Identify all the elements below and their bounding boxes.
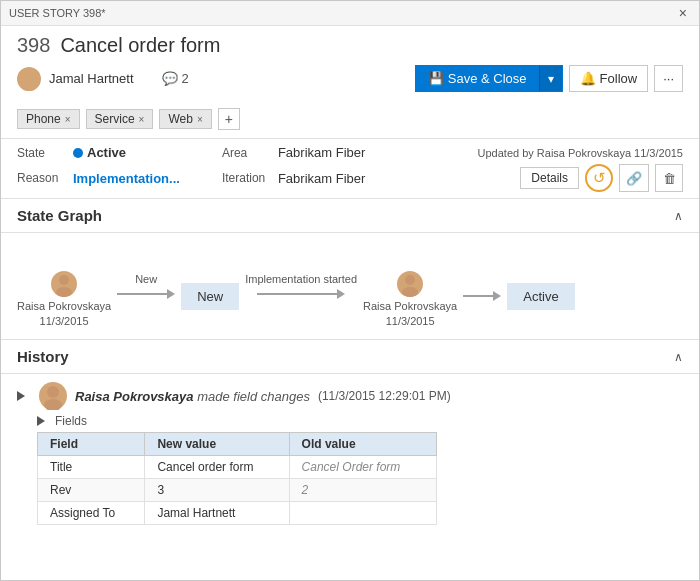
- history-timestamp: (11/3/2015 12:29:01 PM): [318, 389, 451, 403]
- author-name: Jamal Hartnett: [49, 71, 134, 86]
- col-old: Old value: [289, 433, 436, 456]
- avatar-person1: [51, 271, 77, 297]
- svg-point-1: [21, 82, 37, 91]
- col-field: Field: [38, 433, 145, 456]
- state-graph-section: State Graph ∧ Raisa Pokrovskaya: [1, 199, 699, 340]
- fields-table: Field New value Old value Title Cancel o…: [37, 432, 437, 525]
- add-tag-button[interactable]: +: [218, 108, 240, 130]
- expand-triangle[interactable]: [17, 391, 25, 401]
- new-assigned: Jamal Hartnett: [145, 502, 289, 525]
- tag-service-close[interactable]: ×: [139, 114, 145, 125]
- iteration-label: Iteration: [222, 171, 272, 185]
- header: 398 Cancel order form Jamal Hartnett 💬 2: [1, 26, 699, 104]
- fields-row1: State Active Area Fabrikam Fiber Updated…: [17, 145, 683, 160]
- table-header-row: Field New value Old value: [38, 433, 437, 456]
- field-rev: Rev: [38, 479, 145, 502]
- avatar-person2: [397, 271, 423, 297]
- reason-label: Reason: [17, 171, 67, 185]
- active-state-box: Active: [507, 283, 574, 310]
- field-assigned: Assigned To: [38, 502, 145, 525]
- history-button[interactable]: ↺: [585, 164, 613, 192]
- save-label: Save & Close: [448, 71, 527, 86]
- old-rev: 2: [289, 479, 436, 502]
- delete-button[interactable]: 🗑: [655, 164, 683, 192]
- window-title: USER STORY 398*: [9, 7, 106, 19]
- state-label: State: [17, 146, 67, 160]
- active-dot: [73, 148, 83, 158]
- state-value: Active: [73, 145, 126, 160]
- arrow3: [463, 291, 501, 301]
- person1-date: 11/3/2015: [40, 315, 89, 327]
- history-collapse[interactable]: ∧: [674, 350, 683, 364]
- history-header: History ∧: [1, 340, 699, 374]
- svg-point-0: [24, 70, 34, 80]
- follow-button[interactable]: 🔔 Follow: [569, 65, 649, 92]
- tag-service: Service ×: [86, 109, 154, 129]
- save-dropdown-button[interactable]: ▾: [539, 66, 562, 91]
- avatar: [17, 67, 41, 91]
- fields-expand[interactable]: Fields: [37, 414, 683, 428]
- more-icon: ···: [663, 71, 674, 86]
- close-button[interactable]: ×: [675, 5, 691, 21]
- new-rev: 3: [145, 479, 289, 502]
- svg-point-2: [59, 275, 69, 285]
- save-group: 💾 Save & Close ▾: [415, 65, 563, 92]
- link-icon: 🔗: [626, 171, 642, 186]
- person1-name: Raisa Pokrovskaya: [17, 300, 111, 312]
- history-entry-header: Raisa Pokrovskaya made field changes (11…: [17, 382, 683, 410]
- main-window: USER STORY 398* × 398 Cancel order form …: [0, 0, 700, 581]
- tag-web-close[interactable]: ×: [197, 114, 203, 125]
- arrow2: [257, 289, 345, 299]
- col-new: New value: [145, 433, 289, 456]
- reason-value[interactable]: Implementation...: [73, 171, 180, 186]
- history-title: History: [17, 348, 69, 365]
- more-button[interactable]: ···: [654, 65, 683, 92]
- svg-point-5: [402, 287, 418, 297]
- story-name: Cancel order form: [60, 34, 220, 57]
- svg-point-7: [44, 399, 62, 410]
- new-state-box: New: [181, 283, 239, 310]
- link-button[interactable]: 🔗: [619, 164, 649, 192]
- tag-phone-close[interactable]: ×: [65, 114, 71, 125]
- state-node-start: Raisa Pokrovskaya 11/3/2015: [17, 245, 111, 327]
- iteration-group: Iteration Fabrikam Fiber: [222, 171, 427, 186]
- area-group: Area Fabrikam Fiber: [222, 145, 427, 160]
- state-group: State Active: [17, 145, 222, 160]
- fields-section-label: Fields: [55, 414, 87, 428]
- history-author: Raisa Pokrovskaya made field changes: [75, 389, 310, 404]
- history-action: made field changes: [197, 389, 310, 404]
- history-avatar: [39, 382, 67, 410]
- fields-section: State Active Area Fabrikam Fiber Updated…: [1, 139, 699, 199]
- save-close-button[interactable]: 💾 Save & Close: [416, 66, 539, 91]
- arrow1-label: New: [135, 273, 157, 285]
- dropdown-icon: ▾: [548, 72, 554, 86]
- svg-point-4: [405, 275, 415, 285]
- state-node-active: Active: [507, 263, 574, 310]
- fields-row2: Reason Implementation... Iteration Fabri…: [17, 164, 683, 192]
- old-title: Cancel Order form: [289, 456, 436, 479]
- comment-count: 💬 2: [162, 71, 189, 86]
- history-author-name: Raisa Pokrovskaya: [75, 389, 194, 404]
- table-row: Rev 3 2: [38, 479, 437, 502]
- tag-service-label: Service: [95, 112, 135, 126]
- state-node-new: New: [181, 263, 239, 310]
- history-icon: ↺: [593, 169, 606, 187]
- state-graph-collapse[interactable]: ∧: [674, 209, 683, 223]
- area-label: Area: [222, 146, 272, 160]
- follow-icon: 🔔: [580, 71, 596, 86]
- updated-info: Updated by Raisa Pokrovskaya 11/3/2015: [427, 147, 683, 159]
- comment-number: 2: [182, 71, 189, 86]
- details-button[interactable]: Details: [520, 167, 579, 189]
- person2-date: 11/3/2015: [386, 315, 435, 327]
- new-title: Cancel order form: [145, 456, 289, 479]
- toolbar-left: Jamal Hartnett 💬 2: [17, 67, 189, 91]
- area-value: Fabrikam Fiber: [278, 145, 365, 160]
- state-flow: Raisa Pokrovskaya 11/3/2015 New New: [17, 245, 683, 327]
- follow-label: Follow: [600, 71, 638, 86]
- tag-phone: Phone ×: [17, 109, 80, 129]
- state-graph-content: Raisa Pokrovskaya 11/3/2015 New New: [1, 233, 699, 340]
- comment-icon: 💬: [162, 71, 178, 86]
- field-title: Title: [38, 456, 145, 479]
- state-graph-header: State Graph ∧: [1, 199, 699, 233]
- trash-icon: 🗑: [663, 171, 676, 186]
